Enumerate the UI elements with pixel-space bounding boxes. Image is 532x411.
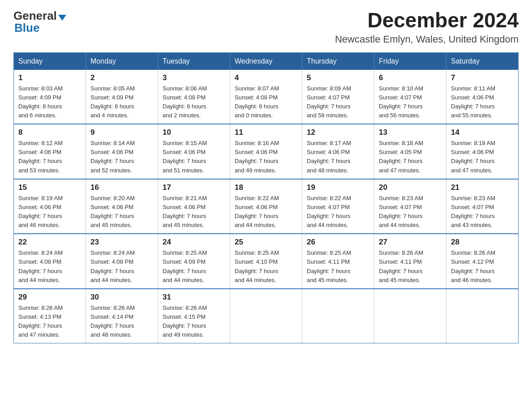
page-header: G eneral Blue December 2024 Newcastle Em… [13, 9, 519, 45]
weekday-header-row: SundayMondayTuesdayWednesdayThursdayFrid… [14, 52, 519, 70]
calendar-week-row: 15 Sunrise: 8:19 AMSunset: 4:06 PMDaylig… [14, 179, 519, 234]
title-section: December 2024 Newcastle Emlyn, Wales, Un… [335, 9, 519, 45]
day-number: 28 [451, 238, 514, 247]
weekday-header-thursday: Thursday [302, 52, 374, 70]
calendar-cell: 7 Sunrise: 8:11 AMSunset: 4:06 PMDayligh… [446, 70, 519, 124]
day-info: Sunrise: 8:12 AMSunset: 4:06 PMDaylight:… [18, 140, 63, 173]
calendar-cell: 17 Sunrise: 8:21 AMSunset: 4:06 PMDaylig… [158, 179, 230, 234]
calendar-cell: 25 Sunrise: 8:25 AMSunset: 4:10 PMDaylig… [230, 234, 302, 289]
calendar-cell: 31 Sunrise: 8:26 AMSunset: 4:15 PMDaylig… [158, 289, 230, 343]
day-number: 14 [451, 128, 514, 137]
calendar-cell: 12 Sunrise: 8:17 AMSunset: 4:06 PMDaylig… [302, 124, 374, 179]
calendar-cell: 30 Sunrise: 8:26 AMSunset: 4:14 PMDaylig… [86, 289, 158, 343]
calendar-cell [374, 289, 446, 343]
calendar-subtitle: Newcastle Emlyn, Wales, United Kingdom [335, 34, 519, 45]
calendar-cell: 21 Sunrise: 8:23 AMSunset: 4:07 PMDaylig… [446, 179, 519, 234]
day-info: Sunrise: 8:25 AMSunset: 4:09 PMDaylight:… [163, 249, 207, 283]
day-info: Sunrise: 8:23 AMSunset: 4:07 PMDaylight:… [451, 195, 495, 228]
calendar-cell: 18 Sunrise: 8:22 AMSunset: 4:06 PMDaylig… [230, 179, 302, 234]
calendar-cell: 10 Sunrise: 8:15 AMSunset: 4:06 PMDaylig… [158, 124, 230, 179]
calendar-cell: 6 Sunrise: 8:10 AMSunset: 4:07 PMDayligh… [374, 70, 446, 124]
calendar-cell: 28 Sunrise: 8:26 AMSunset: 4:12 PMDaylig… [446, 234, 519, 289]
day-number: 7 [451, 73, 514, 82]
calendar-cell: 24 Sunrise: 8:25 AMSunset: 4:09 PMDaylig… [158, 234, 230, 289]
day-number: 25 [235, 238, 297, 247]
day-info: Sunrise: 8:18 AMSunset: 4:05 PMDaylight:… [379, 140, 423, 173]
day-info: Sunrise: 8:26 AMSunset: 4:13 PMDaylight:… [18, 304, 63, 338]
logo: G eneral Blue [13, 9, 66, 35]
calendar-cell: 16 Sunrise: 8:20 AMSunset: 4:06 PMDaylig… [86, 179, 158, 234]
day-info: Sunrise: 8:25 AMSunset: 4:10 PMDaylight:… [235, 249, 279, 283]
logo-blue-text: Blue [13, 21, 66, 35]
calendar-cell: 27 Sunrise: 8:26 AMSunset: 4:11 PMDaylig… [374, 234, 446, 289]
day-number: 20 [379, 183, 442, 192]
day-number: 17 [163, 183, 225, 192]
day-info: Sunrise: 8:15 AMSunset: 4:06 PMDaylight:… [163, 140, 207, 173]
day-info: Sunrise: 8:22 AMSunset: 4:06 PMDaylight:… [235, 195, 279, 228]
day-number: 1 [18, 73, 81, 82]
calendar-week-row: 29 Sunrise: 8:26 AMSunset: 4:13 PMDaylig… [14, 289, 519, 343]
day-info: Sunrise: 8:26 AMSunset: 4:12 PMDaylight:… [451, 249, 495, 283]
day-number: 19 [307, 183, 369, 192]
day-info: Sunrise: 8:23 AMSunset: 4:07 PMDaylight:… [379, 195, 423, 228]
calendar-cell: 20 Sunrise: 8:23 AMSunset: 4:07 PMDaylig… [374, 179, 446, 234]
day-info: Sunrise: 8:14 AMSunset: 4:06 PMDaylight:… [90, 140, 135, 173]
weekday-header-sunday: Sunday [14, 52, 86, 70]
day-number: 21 [451, 183, 514, 192]
day-info: Sunrise: 8:10 AMSunset: 4:07 PMDaylight:… [379, 85, 423, 119]
day-info: Sunrise: 8:03 AMSunset: 4:09 PMDaylight:… [18, 85, 63, 119]
calendar-title: December 2024 [335, 9, 519, 32]
calendar-cell: 9 Sunrise: 8:14 AMSunset: 4:06 PMDayligh… [86, 124, 158, 179]
calendar-cell: 13 Sunrise: 8:18 AMSunset: 4:05 PMDaylig… [374, 124, 446, 179]
calendar-cell: 1 Sunrise: 8:03 AMSunset: 4:09 PMDayligh… [14, 70, 86, 124]
day-number: 3 [163, 73, 225, 82]
day-info: Sunrise: 8:17 AMSunset: 4:06 PMDaylight:… [307, 140, 351, 173]
day-number: 22 [18, 238, 81, 247]
calendar-week-row: 1 Sunrise: 8:03 AMSunset: 4:09 PMDayligh… [14, 70, 519, 124]
calendar-week-row: 22 Sunrise: 8:24 AMSunset: 4:08 PMDaylig… [14, 234, 519, 289]
day-number: 24 [163, 238, 225, 247]
calendar-cell: 29 Sunrise: 8:26 AMSunset: 4:13 PMDaylig… [14, 289, 86, 343]
day-info: Sunrise: 8:16 AMSunset: 4:06 PMDaylight:… [235, 140, 279, 173]
calendar-cell: 15 Sunrise: 8:19 AMSunset: 4:06 PMDaylig… [14, 179, 86, 234]
day-number: 27 [379, 238, 442, 247]
day-info: Sunrise: 8:05 AMSunset: 4:09 PMDaylight:… [90, 85, 135, 119]
calendar-cell [446, 289, 519, 343]
day-info: Sunrise: 8:11 AMSunset: 4:06 PMDaylight:… [451, 85, 495, 119]
calendar-cell: 23 Sunrise: 8:24 AMSunset: 4:08 PMDaylig… [86, 234, 158, 289]
day-info: Sunrise: 8:19 AMSunset: 4:06 PMDaylight:… [451, 140, 495, 173]
day-number: 13 [379, 128, 442, 137]
day-info: Sunrise: 8:26 AMSunset: 4:15 PMDaylight:… [163, 304, 207, 338]
day-info: Sunrise: 8:26 AMSunset: 4:14 PMDaylight:… [90, 304, 135, 338]
day-number: 29 [18, 293, 81, 302]
day-info: Sunrise: 8:25 AMSunset: 4:11 PMDaylight:… [307, 249, 351, 283]
calendar-cell [302, 289, 374, 343]
day-number: 12 [307, 128, 369, 137]
calendar-cell: 14 Sunrise: 8:19 AMSunset: 4:06 PMDaylig… [446, 124, 519, 179]
day-number: 23 [90, 238, 153, 247]
day-number: 4 [235, 73, 297, 82]
day-number: 26 [307, 238, 369, 247]
day-info: Sunrise: 8:07 AMSunset: 4:08 PMDaylight:… [235, 85, 279, 119]
weekday-header-monday: Monday [86, 52, 158, 70]
calendar-cell: 3 Sunrise: 8:06 AMSunset: 4:08 PMDayligh… [158, 70, 230, 124]
calendar-table: SundayMondayTuesdayWednesdayThursdayFrid… [13, 52, 519, 344]
calendar-week-row: 8 Sunrise: 8:12 AMSunset: 4:06 PMDayligh… [14, 124, 519, 179]
weekday-header-friday: Friday [374, 52, 446, 70]
day-number: 11 [235, 128, 297, 137]
day-info: Sunrise: 8:09 AMSunset: 4:07 PMDaylight:… [307, 85, 351, 119]
day-info: Sunrise: 8:21 AMSunset: 4:06 PMDaylight:… [163, 195, 207, 228]
day-info: Sunrise: 8:24 AMSunset: 4:08 PMDaylight:… [90, 249, 135, 283]
day-number: 10 [163, 128, 225, 137]
calendar-cell: 22 Sunrise: 8:24 AMSunset: 4:08 PMDaylig… [14, 234, 86, 289]
calendar-cell [230, 289, 302, 343]
day-info: Sunrise: 8:24 AMSunset: 4:08 PMDaylight:… [18, 249, 63, 283]
weekday-header-saturday: Saturday [446, 52, 519, 70]
day-number: 2 [90, 73, 153, 82]
day-number: 18 [235, 183, 297, 192]
calendar-cell: 5 Sunrise: 8:09 AMSunset: 4:07 PMDayligh… [302, 70, 374, 124]
day-info: Sunrise: 8:19 AMSunset: 4:06 PMDaylight:… [18, 195, 63, 228]
calendar-cell: 4 Sunrise: 8:07 AMSunset: 4:08 PMDayligh… [230, 70, 302, 124]
weekday-header-tuesday: Tuesday [158, 52, 230, 70]
day-info: Sunrise: 8:26 AMSunset: 4:11 PMDaylight:… [379, 249, 423, 283]
